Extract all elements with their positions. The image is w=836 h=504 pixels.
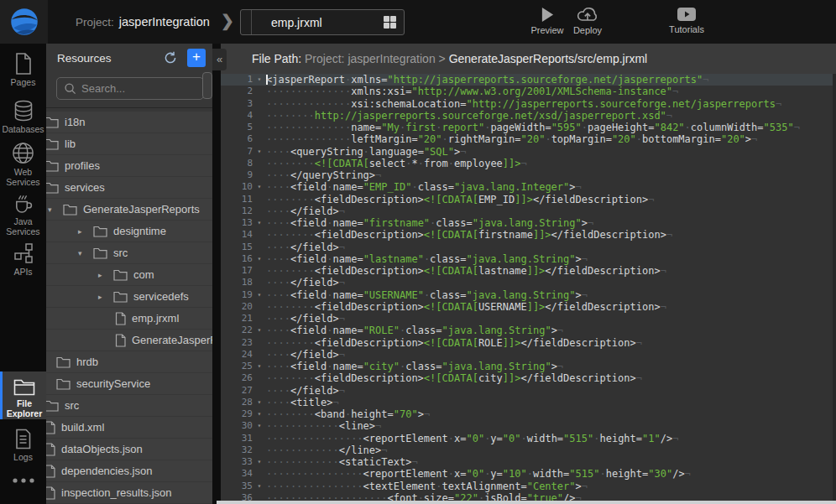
sidebar-item-java-services[interactable]: Java Services [0, 188, 46, 236]
tutorials-button[interactable]: Tutorials [663, 7, 710, 34]
tree-item-profiles[interactable]: profiles [46, 155, 212, 176]
code-line[interactable]: 19▾····<field·name="USERNAME"·class="jav… [221, 289, 836, 301]
tree-item-generatejasperreports-s[interactable]: GenerateJasperReports.s [46, 330, 212, 351]
tree-item-label: build.xml [61, 421, 104, 434]
eol-mark: ¬ [339, 313, 345, 325]
code-line[interactable]: 33▾············<staticText>¬ [221, 456, 836, 468]
code-line[interactable]: 1▾<jasperReport·xmlns="http://jasperrepo… [221, 74, 836, 86]
tree-item-dependencies-json[interactable]: dependencies.json [46, 460, 212, 481]
tree-item-dataobjects-json[interactable]: dataObjects.json [46, 439, 212, 460]
fold-toggle-icon[interactable]: ▾ [253, 397, 266, 408]
code-line[interactable]: 24····</field>¬ [221, 349, 836, 361]
code-line[interactable]: 17········<fieldDescription><![CDATA[las… [221, 265, 836, 277]
sidebar-item-more-options[interactable] [0, 473, 46, 484]
code-line[interactable]: 26········<fieldDescription><![CDATA[cit… [221, 372, 836, 384]
project-selector[interactable]: Project: jasperIntegration [76, 0, 210, 44]
code-line[interactable]: 12····</field>¬ [221, 205, 836, 217]
tree-item-generatejasperreports[interactable]: ▾GenerateJasperReports [46, 199, 212, 220]
tree-item-build-xml[interactable]: build.xml [46, 417, 212, 438]
code-line[interactable]: 22▾····<field·name="ROLE"·class="java.la… [221, 325, 836, 336]
chevron-right-icon[interactable]: ▸ [46, 358, 50, 366]
tree-scrollbar-thumb[interactable] [202, 72, 212, 99]
search-box[interactable] [56, 77, 204, 100]
fold-toggle-icon[interactable]: ▾ [253, 146, 266, 158]
chevron-right-icon[interactable]: ▸ [98, 271, 107, 279]
code-editor[interactable]: 1▾<jasperReport·xmlns="http://jasperrepo… [221, 74, 836, 504]
deploy-button[interactable]: Deploy [564, 7, 611, 35]
code-line[interactable]: 11········<fieldDescription><![CDATA[EMP… [221, 194, 836, 205]
code-line[interactable]: 30▾············<line>¬ [221, 420, 836, 432]
fold-toggle-icon[interactable]: ▾ [253, 181, 266, 193]
fold-toggle-icon[interactable]: ▾ [253, 361, 266, 372]
sidebar-item-databases[interactable]: Databases [0, 96, 46, 134]
code-line[interactable]: 15····</field>¬ [221, 242, 836, 253]
tree-item-emp-jrxml[interactable]: emp.jrxml [46, 308, 212, 329]
code-line[interactable]: 8········<![CDATA[select·*·from·employee… [221, 158, 836, 169]
fold-toggle-icon[interactable]: ▾ [253, 289, 266, 301]
add-resource-button[interactable]: + [187, 49, 206, 67]
chevron-right-icon[interactable]: ▸ [78, 227, 87, 236]
open-file-tab[interactable]: emp.jrxml [240, 9, 405, 35]
code-line[interactable]: 18····</field>¬ [221, 277, 836, 288]
sidebar-item-web-services[interactable]: Web Services [0, 138, 46, 187]
editor-horizontal-scrollbar[interactable] [217, 501, 836, 504]
fold-toggle-icon[interactable]: ▾ [253, 420, 266, 432]
tree-item-securityservice[interactable]: ▸securityService [46, 373, 212, 394]
wavemaker-logo[interactable] [0, 0, 48, 44]
code-line[interactable]: 20········<fieldDescription><![CDATA[USE… [221, 301, 836, 313]
grid-layout-icon[interactable] [384, 16, 396, 29]
fold-toggle-icon[interactable]: ▾ [253, 253, 266, 265]
tree-item-i18n[interactable]: i18n [46, 112, 212, 132]
code-line[interactable]: 23········<fieldDescription><![CDATA[ROL… [221, 337, 836, 349]
code-line[interactable]: 34················<reportElement·x="0"·y… [221, 468, 836, 480]
tree-item-designtime[interactable]: ▸designtime [46, 221, 212, 242]
chevron-right-icon[interactable]: ▸ [98, 293, 107, 301]
fold-toggle-icon[interactable]: ▾ [253, 325, 266, 336]
chevron-down-icon[interactable]: ▾ [78, 249, 87, 257]
code-line[interactable]: 5··············name="My·first·report"·pa… [221, 122, 836, 133]
code-line[interactable]: 7▾····<queryString·language="SQL">¬ [221, 146, 836, 158]
fold-toggle-icon[interactable]: ▾ [253, 408, 266, 420]
code-line[interactable]: 31················<reportElement·x="0"·y… [221, 433, 836, 444]
code-line[interactable]: 14········<fieldDescription><![CDATA[fir… [221, 229, 836, 241]
tree-item-src[interactable]: src [46, 395, 212, 416]
tree-item-hrdb[interactable]: ▸hrdb [46, 351, 212, 372]
tree-item-inspection-results-json[interactable]: inspection_results.json [46, 482, 212, 503]
collapse-panel-button[interactable]: « [212, 49, 227, 70]
code-line[interactable]: 29▾········<band·height="70">¬ [221, 408, 836, 420]
code-line[interactable]: 35▾················<textElement·textAlig… [221, 481, 836, 492]
fold-toggle-icon[interactable]: ▾ [253, 217, 266, 229]
chevron-right-icon[interactable]: ▸ [46, 380, 50, 388]
code-line[interactable]: 21····</field>¬ [221, 313, 836, 325]
code-line[interactable]: 3··············xsi:schemaLocation="http:… [221, 98, 836, 110]
tree-item-src[interactable]: ▾src [46, 242, 212, 263]
line-number: 19 [221, 289, 253, 301]
sidebar-item-file-explorer[interactable]: File Explorer [0, 372, 46, 419]
code-line[interactable]: 27····</field>¬ [221, 385, 836, 397]
search-input[interactable] [81, 82, 191, 95]
code-line[interactable]: 2··············xmlns:xsi="http://www.w3.… [221, 86, 836, 97]
code-line[interactable]: 16▾····<field·name="lastname"·class="jav… [221, 253, 836, 265]
eol-mark: ¬ [685, 468, 691, 480]
editor-scrollbar-track[interactable] [833, 74, 836, 504]
code-line[interactable]: 28▾····<title>¬ [221, 397, 836, 408]
sidebar-item-pages[interactable]: Pages [0, 49, 46, 87]
code-line[interactable]: 25▾····<field·name="city"·class="java.la… [221, 361, 836, 372]
code-line[interactable]: 13▾····<field·name="firstname"·class="ja… [221, 217, 836, 229]
tree-item-services[interactable]: services [46, 177, 212, 198]
code-line[interactable]: 10▾····<field·name="EMP_ID"·class="java.… [221, 181, 836, 193]
fold-toggle-icon[interactable]: ▾ [253, 74, 266, 86]
fold-toggle-icon[interactable]: ▾ [253, 481, 266, 492]
chevron-down-icon[interactable]: ▾ [48, 205, 57, 214]
tree-item-lib[interactable]: lib [46, 133, 212, 154]
sidebar-item-logs[interactable]: Logs [0, 424, 46, 462]
code-line[interactable]: 4········http://jasperreports.sourceforg… [221, 110, 836, 122]
sidebar-item-apis[interactable]: APIs [0, 238, 46, 277]
tree-item-servicedefs[interactable]: ▸servicedefs [46, 286, 212, 307]
tree-item-com[interactable]: ▸com [46, 264, 212, 285]
code-line[interactable]: 6··············leftMargin="20"·rightMarg… [221, 133, 836, 145]
code-line[interactable]: 9····</queryString>¬ [221, 169, 836, 181]
code-line[interactable]: 32············</line>¬ [221, 444, 836, 456]
refresh-button[interactable] [164, 51, 177, 65]
fold-toggle-icon[interactable]: ▾ [253, 456, 266, 468]
